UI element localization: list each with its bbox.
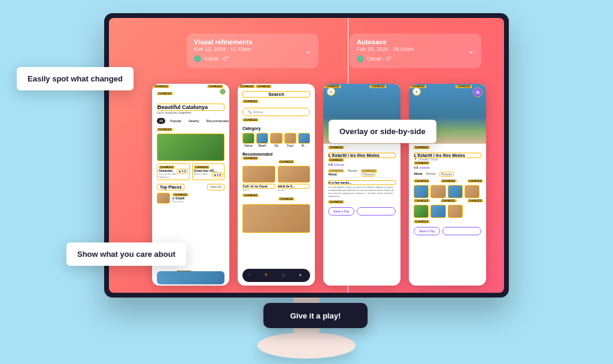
monitor-stand-base	[257, 332, 356, 359]
changed-badge: CHANGED	[239, 85, 255, 88]
chevron-down-icon[interactable]: ⌄	[305, 47, 311, 55]
tab-review[interactable]: Review	[426, 172, 435, 177]
version-title: Autosave	[357, 38, 474, 46]
section-in-words: In a few words…	[328, 180, 396, 185]
rating-badge: ★ 4.8	[212, 172, 223, 177]
category-city[interactable]: City	[270, 133, 282, 147]
tab-about[interactable]: About	[414, 172, 422, 177]
place-card[interactable]: CHANGED Gestortes ★ 4.8 Jaça de Boi, Alt…	[157, 163, 190, 180]
bottom-card[interactable]	[157, 271, 224, 284]
save-alt-button[interactable]	[442, 227, 481, 235]
play-button[interactable]: Give it a play!	[263, 303, 368, 328]
tab-about[interactable]: CHANGED About	[328, 169, 344, 176]
detail-title: L'Estartit i les Illes Medes	[414, 153, 481, 158]
explore-image[interactable]	[242, 204, 310, 233]
save-trip-button[interactable]: Save a Trip	[414, 227, 440, 235]
changed-badge: CHANGED	[328, 146, 344, 149]
category-nature[interactable]: Nature	[242, 133, 254, 147]
place-thumbnail[interactable]	[157, 193, 170, 204]
tab-pictures[interactable]: Pictures	[439, 172, 454, 177]
tab-all[interactable]: All	[157, 118, 165, 124]
bottom-nav: ⌂ ⚲ ◻ ♟	[242, 269, 310, 282]
bookmark-icon[interactable]: ◻	[282, 272, 288, 278]
tab-review[interactable]: Review	[348, 169, 357, 176]
avatar	[194, 55, 201, 62]
callout-spot-changes: Easily spot what changed	[17, 67, 133, 90]
changed-badge: CHANGED	[278, 160, 295, 163]
rec-name: Call i el riu Onyar	[242, 184, 275, 189]
changed-badge: CHANGED	[153, 85, 169, 88]
changed-badge: CHANGED	[157, 128, 173, 131]
author-name: Oscar · O°	[367, 56, 392, 62]
place-location: Barcelona	[172, 200, 189, 203]
recommended-card[interactable]: Call i el riu Onyar Girona	[242, 166, 275, 192]
changed-badge: CHANGED	[468, 199, 484, 202]
avatar	[357, 55, 364, 62]
author-name: Oscar · O°	[204, 56, 229, 62]
recommended-card[interactable]: edral de S… Girona	[278, 166, 311, 192]
changed-badge: CHANGED	[414, 162, 430, 165]
camera-icon	[475, 90, 480, 95]
avatar[interactable]	[220, 89, 226, 95]
gallery-thumb[interactable]	[448, 185, 463, 198]
gallery-thumb[interactable]	[465, 185, 480, 198]
stars-icon: ★★★★★	[419, 166, 430, 169]
back-button[interactable]: ‹	[412, 87, 421, 96]
search-input[interactable]: 🔍 Girona	[242, 108, 310, 116]
tab-pictures[interactable]: CHANGED Pictures	[361, 169, 377, 176]
detail-title: L'Estartit i les Illes Medes	[328, 153, 396, 158]
version-card-left[interactable]: Visual refinements Mar 12, 2024 · 11.43a…	[187, 34, 318, 68]
page-subtitle: Let's explore together	[157, 111, 224, 114]
home-icon[interactable]: ⌂	[248, 272, 254, 278]
section-top-places: Top Places	[157, 184, 184, 190]
search-header: Search	[242, 91, 310, 98]
profile-icon[interactable]: ♟	[299, 272, 305, 278]
chevron-down-icon[interactable]: ⌄	[468, 47, 474, 55]
search-value: Girona	[253, 110, 263, 114]
back-button[interactable]: ‹	[327, 87, 335, 96]
gallery-thumb[interactable]	[430, 205, 445, 218]
changed-badge: CHANGED	[278, 198, 295, 201]
changed-badge: CHANGED	[414, 180, 430, 183]
category-food[interactable]: Food	[284, 133, 296, 147]
category-beach[interactable]: Beach	[256, 133, 268, 147]
view-all-link[interactable]: View All	[207, 184, 224, 190]
mockup-detail-b: CHANGED CHANGED ‹ CHANGED L'Estartit i l…	[409, 84, 486, 286]
pin-icon[interactable]: ⚲	[265, 272, 271, 278]
version-author: Oscar · O°	[357, 55, 474, 62]
rec-location: Girona	[242, 189, 275, 192]
gallery-thumb[interactable]	[430, 185, 445, 198]
stars-icon: ★★★★★	[333, 163, 344, 166]
category-more[interactable]: M…	[298, 133, 310, 147]
mockup-search: CHANGED CHANGED Search CHANGED 🔍 Girona …	[238, 84, 315, 286]
version-author: Oscar · O°	[194, 55, 311, 62]
version-date: Feb 20, 2024 · 09.04am	[357, 46, 474, 52]
section-recommended: Recommended	[242, 152, 310, 156]
gallery-thumb[interactable]	[448, 205, 463, 218]
mockup-detail-a: CHANGED CHANGED ‹ CHANGED L'Estartit i l…	[323, 84, 400, 286]
changed-badge: CHANGED	[468, 180, 484, 183]
changed-badge: CHANGED	[242, 194, 259, 197]
rec-location: Girona	[278, 189, 311, 192]
place-card[interactable]: CHANGED Covet tour d'E… ★ 4.8 Ribera d'E…	[192, 163, 225, 180]
rating-badge: ★ 4.8	[177, 169, 187, 174]
hero-image[interactable]	[157, 134, 224, 161]
tab-nearby[interactable]: Nearby	[186, 118, 202, 124]
detail-body: Las Islas Medes, frente a la costa de L'…	[328, 186, 396, 198]
camera-button[interactable]	[473, 87, 482, 97]
callout-show-care: Show what you care about	[66, 242, 186, 266]
changed-badge: CHANGED	[256, 85, 272, 88]
save-trip-button[interactable]: Save a Trip	[328, 207, 354, 216]
changed-badge: CHANGED	[414, 199, 430, 202]
tab-recommended[interactable]: Recommended	[204, 118, 229, 124]
save-alt-button[interactable]	[357, 207, 396, 216]
gallery-thumb[interactable]	[414, 205, 429, 218]
changed-badge: CHANGED	[328, 159, 344, 162]
gallery-thumb[interactable]	[414, 185, 429, 198]
page-title: Beautiful Catalunya	[157, 104, 224, 111]
version-card-right[interactable]: Autosave Feb 20, 2024 · 09.04am Oscar · …	[350, 34, 481, 68]
version-title: Visual refinements	[194, 38, 311, 46]
rating-value: 4.8	[328, 163, 333, 166]
changed-badge: CHANGED	[242, 119, 259, 122]
tab-popular[interactable]: Popular	[168, 118, 184, 124]
